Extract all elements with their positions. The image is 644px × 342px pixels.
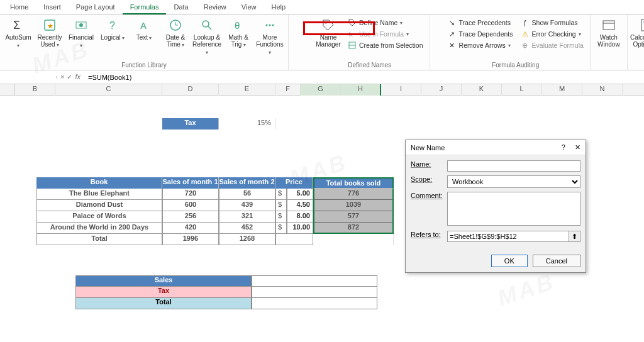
tax-label: Tax bbox=[162, 118, 219, 130]
price[interactable]: 5.00 bbox=[287, 189, 313, 200]
error-checking-button[interactable]: ⚠Error Checking bbox=[518, 29, 586, 39]
col-D[interactable]: D bbox=[162, 84, 219, 96]
hdr-m1: Sales of month 1 bbox=[162, 177, 219, 189]
ok-button[interactable]: OK bbox=[491, 255, 528, 267]
currency[interactable]: $ bbox=[275, 211, 287, 223]
book-name[interactable]: Diamond Dust bbox=[36, 200, 162, 211]
col-M[interactable]: M bbox=[542, 84, 582, 96]
scope-select[interactable]: Workbook bbox=[447, 175, 580, 188]
tab-formulas[interactable]: Formulas bbox=[123, 1, 167, 14]
math-trig-button[interactable]: θMath & Trig bbox=[224, 18, 253, 48]
total-sold[interactable]: 872 bbox=[313, 223, 394, 234]
more-functions-button[interactable]: More Functions bbox=[255, 18, 284, 56]
lookup-button[interactable]: Lookup & Reference bbox=[192, 18, 221, 56]
fx-icon[interactable]: fx bbox=[75, 73, 80, 81]
price[interactable]: 8.00 bbox=[287, 211, 313, 223]
refers-to-input[interactable] bbox=[447, 231, 569, 242]
logical-button[interactable]: ?Logical bbox=[98, 18, 127, 41]
sales-m1[interactable]: 420 bbox=[162, 223, 219, 234]
col-E[interactable]: E bbox=[219, 84, 275, 96]
calculation-options-button[interactable]: Calculation Options bbox=[631, 18, 644, 48]
evaluate-formula-button[interactable]: ⊕Evaluate Formula bbox=[518, 40, 586, 50]
sales-m2[interactable]: 452 bbox=[219, 223, 275, 234]
book-name[interactable]: Around the World in 200 Days bbox=[36, 223, 162, 234]
svg-text:?: ? bbox=[109, 20, 115, 31]
col-C[interactable]: C bbox=[55, 84, 162, 96]
watch-window-button[interactable]: Watch Window bbox=[594, 18, 623, 48]
col-I[interactable]: I bbox=[381, 84, 421, 96]
show-formulas-button[interactable]: ƒShow Formulas bbox=[518, 18, 586, 28]
name-box[interactable] bbox=[0, 76, 57, 79]
hdr-book: Book bbox=[36, 177, 162, 189]
sales-m2[interactable]: 56 bbox=[219, 189, 275, 200]
trace-precedents-button[interactable]: ↘Trace Precedents bbox=[445, 18, 516, 28]
refers-label: Refers to: bbox=[411, 231, 447, 238]
book-name[interactable]: The Blue Elephant bbox=[36, 189, 162, 200]
group-defined-names: Name Manager Define Name fxUse in Formul… bbox=[289, 15, 430, 70]
tab-data[interactable]: Data bbox=[166, 1, 196, 14]
col-K[interactable]: K bbox=[462, 84, 502, 96]
tab-view[interactable]: View bbox=[234, 1, 264, 14]
comment-input[interactable] bbox=[447, 192, 580, 226]
text-button[interactable]: AText bbox=[130, 18, 158, 41]
name-input[interactable] bbox=[447, 160, 580, 172]
total-sold[interactable]: 1039 bbox=[313, 200, 394, 211]
col-N[interactable]: N bbox=[582, 84, 623, 96]
group-watch-window: Watch Window bbox=[591, 15, 628, 70]
ribbon-tabs: Home Insert Page Layout Formulas Data Re… bbox=[0, 0, 644, 15]
svg-text:★: ★ bbox=[47, 22, 53, 30]
name-label: Name: bbox=[411, 160, 447, 168]
tax-value[interactable]: 15% bbox=[219, 118, 275, 130]
name-manager-button[interactable]: Name Manager bbox=[314, 18, 343, 48]
price[interactable]: 4.50 bbox=[287, 200, 313, 211]
total-sold[interactable]: 776 bbox=[313, 189, 394, 200]
col-H[interactable]: H bbox=[341, 84, 381, 96]
help-button[interactable]: ? bbox=[562, 143, 565, 151]
cancel-icon[interactable]: × bbox=[60, 73, 64, 81]
close-button[interactable]: ✕ bbox=[575, 143, 580, 151]
currency[interactable]: $ bbox=[275, 189, 287, 200]
sales-m2[interactable]: 439 bbox=[219, 200, 275, 211]
group-label: Defined Names bbox=[314, 62, 426, 70]
price[interactable]: 10.00 bbox=[287, 223, 313, 234]
autosum-button[interactable]: ΣAutoSum bbox=[4, 18, 33, 49]
use-in-formula-button[interactable]: fxUse in Formula bbox=[345, 29, 426, 39]
dots-icon bbox=[262, 18, 277, 33]
date-time-button[interactable]: Date & Time bbox=[161, 18, 190, 48]
remove-arrows-button[interactable]: ✕Remove Arrows bbox=[445, 40, 516, 50]
window-icon bbox=[601, 18, 616, 33]
sales-m2[interactable]: 321 bbox=[219, 211, 275, 223]
col-F[interactable]: F bbox=[275, 84, 301, 96]
tab-page-layout[interactable]: Page Layout bbox=[69, 1, 123, 14]
book-name[interactable]: Palace of Words bbox=[36, 211, 162, 223]
warning-icon: ⚠ bbox=[521, 30, 530, 38]
currency[interactable]: $ bbox=[275, 223, 287, 234]
cancel-button[interactable]: Cancel bbox=[533, 255, 580, 267]
col-J[interactable]: J bbox=[421, 84, 462, 96]
create-from-selection-button[interactable]: Create from Selection bbox=[345, 40, 426, 50]
tab-help[interactable]: Help bbox=[264, 1, 293, 14]
define-name-button[interactable]: Define Name bbox=[345, 18, 426, 28]
sales-m1[interactable]: 256 bbox=[162, 211, 219, 223]
svg-point-14 bbox=[269, 25, 271, 26]
total-sold[interactable]: 577 bbox=[313, 211, 394, 223]
tab-insert[interactable]: Insert bbox=[36, 1, 69, 14]
formula-input[interactable]: =SUM(Book1) bbox=[84, 72, 644, 82]
dialog-title: New Name bbox=[411, 144, 445, 152]
col-L[interactable]: L bbox=[502, 84, 542, 96]
tab-review[interactable]: Review bbox=[196, 1, 234, 14]
financial-button[interactable]: Financial bbox=[67, 18, 96, 49]
col-G[interactable]: G bbox=[301, 84, 341, 96]
range-picker-icon[interactable]: ⬆ bbox=[569, 231, 580, 242]
sales-m1[interactable]: 720 bbox=[162, 189, 219, 200]
remove-icon: ✕ bbox=[448, 41, 457, 50]
col-B[interactable]: B bbox=[15, 84, 55, 96]
tab-home[interactable]: Home bbox=[3, 1, 36, 14]
currency[interactable]: $ bbox=[275, 200, 287, 211]
sales-m1[interactable]: 600 bbox=[162, 200, 219, 211]
recently-used-button[interactable]: ★Recently Used bbox=[35, 18, 64, 48]
mini-sales: Sales bbox=[75, 275, 252, 287]
enter-icon[interactable]: ✓ bbox=[67, 73, 72, 81]
group-label: Function Library bbox=[4, 62, 284, 70]
trace-dependents-button[interactable]: ↗Trace Dependents bbox=[445, 29, 516, 39]
